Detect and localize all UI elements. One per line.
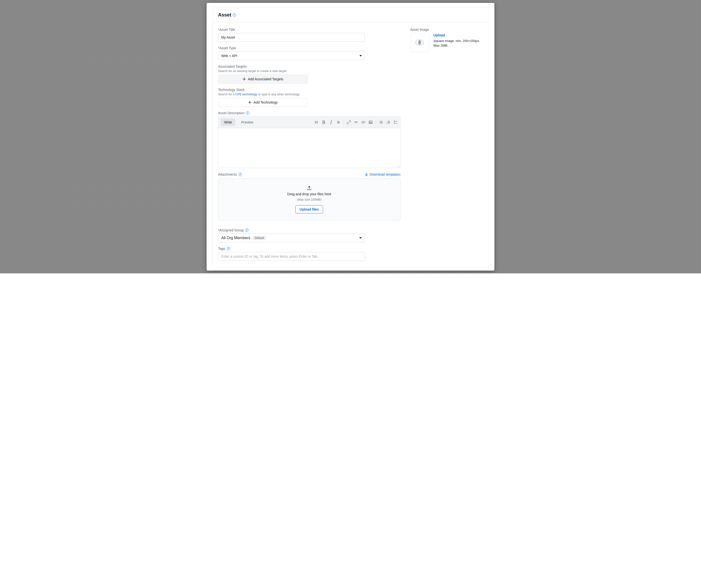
asset-type-value: Web + API — [221, 54, 237, 58]
tags-input[interactable] — [218, 252, 365, 261]
svg-point-1 — [370, 122, 371, 122]
info-icon[interactable]: i — [227, 247, 230, 250]
plus-icon — [243, 77, 246, 81]
editor-toolbar-icons — [314, 120, 398, 125]
italic-icon[interactable] — [329, 120, 333, 125]
asset-image-thumbnail — [410, 33, 429, 52]
editor-tab-write[interactable]: Write — [221, 119, 235, 126]
assigned-group-value: All Org Members — [221, 236, 250, 240]
code-icon[interactable] — [361, 120, 366, 125]
numbered-list-icon[interactable] — [386, 120, 391, 125]
checklist-icon[interactable] — [394, 120, 398, 125]
add-associated-targets-button[interactable]: Add Associated Targets — [218, 75, 308, 83]
technology-stack-help: Search for a CPE technology or type in a… — [218, 93, 401, 96]
svg-point-3 — [380, 122, 380, 123]
add-associated-targets-label: Add Associated Targets — [248, 77, 283, 81]
associated-targets-help: Search for an existing target or create … — [218, 69, 401, 73]
svg-point-4 — [380, 123, 380, 124]
editor-tab-preview[interactable]: Preview — [238, 119, 257, 126]
info-icon[interactable]: i — [238, 173, 242, 176]
strikethrough-icon[interactable] — [336, 120, 340, 125]
download-icon — [365, 173, 368, 176]
resize-handle-icon[interactable] — [397, 165, 400, 167]
card-body: *Asset Title *Asset Type Web + API — [213, 22, 488, 270]
upload-icon — [307, 185, 312, 190]
download-templates-link[interactable]: Download templates — [365, 173, 401, 176]
dropzone-sub-text: (Max size 100MB) — [297, 198, 322, 201]
asset-description-label: Asset Description — [218, 111, 244, 115]
window: Asset i *Asset Title *Asset Type Web + A… — [206, 2, 495, 271]
page-title: Asset — [218, 12, 231, 18]
default-badge: Default — [253, 236, 266, 240]
bold-icon[interactable] — [322, 120, 326, 125]
upload-files-button[interactable]: Upload files — [295, 205, 323, 213]
image-icon[interactable] — [369, 120, 373, 125]
svg-point-2 — [380, 121, 380, 122]
technology-stack-label: Technology Stack — [218, 88, 401, 92]
attachments-dropzone[interactable]: Drag and drop your files here (Max size … — [218, 178, 401, 220]
svg-rect-0 — [369, 121, 372, 124]
assigned-group-label: *Assigned Group — [218, 228, 244, 232]
asset-image-help: Square image, min. 250×250px. Max 2MB. — [434, 39, 480, 48]
tags-label: Tags — [218, 247, 225, 250]
asset-title-input[interactable] — [218, 33, 365, 42]
info-icon[interactable]: i — [246, 111, 249, 115]
cpe-technology-link[interactable]: CPE technology — [236, 93, 257, 96]
dropzone-main-text: Drag and drop your files here — [287, 192, 331, 196]
venn-placeholder-icon — [415, 38, 424, 47]
caret-down-icon — [359, 237, 362, 239]
description-textarea[interactable] — [218, 128, 400, 167]
associated-targets-label: Associated Targets — [218, 64, 401, 68]
asset-image-upload-link[interactable]: Upload — [434, 33, 445, 37]
asset-type-label: *Asset Type — [218, 46, 401, 50]
card-header: Asset i — [213, 8, 488, 22]
svg-rect-6 — [394, 123, 395, 124]
add-technology-label: Add Technology — [253, 101, 277, 104]
info-icon[interactable]: i — [233, 13, 236, 17]
assigned-group-select[interactable]: All Org Members Default — [218, 234, 365, 242]
info-icon[interactable]: i — [245, 228, 249, 232]
asset-type-select[interactable]: Web + API — [218, 51, 365, 60]
attachments-label: Attachments — [218, 173, 237, 176]
heading-icon[interactable] — [314, 120, 319, 125]
bullet-list-icon[interactable] — [379, 120, 383, 125]
asset-image-label: Asset Image — [410, 28, 483, 31]
asset-card: Asset i *Asset Title *Asset Type Web + A… — [213, 8, 488, 271]
toolbar-separator — [343, 120, 344, 125]
asset-title-label: *Asset Title — [218, 28, 401, 31]
plus-icon — [248, 101, 252, 104]
quote-icon[interactable] — [354, 120, 358, 125]
link-icon[interactable] — [346, 120, 351, 125]
add-technology-button[interactable]: Add Technology — [218, 98, 308, 107]
description-editor: Write Preview — [218, 117, 401, 168]
